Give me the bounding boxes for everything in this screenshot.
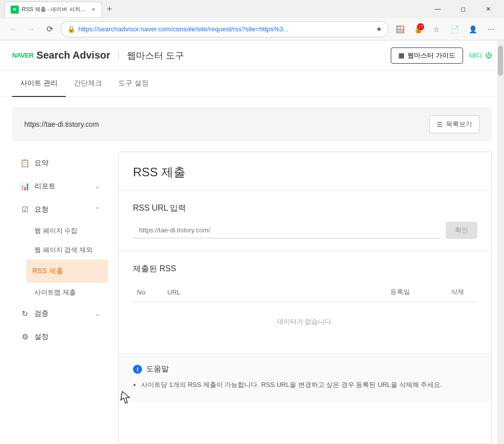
url-input[interactable]	[78, 25, 373, 33]
empty-message: 데이터가 없습니다.	[277, 318, 333, 325]
sidebar-sub-item-sitemap[interactable]: 사이트맵 제출	[12, 283, 108, 302]
col-no: No	[133, 282, 163, 302]
search-advisor-title: Search Advisor	[36, 50, 110, 61]
tab-site-management[interactable]: 사이트 관리	[12, 71, 66, 97]
browser-controls: ← → ⟳ 🔒 ★ 🪟 🔒 17 ☆ 📄 👤 ⋯	[0, 18, 504, 40]
verify-chevron-icon: ⌄	[95, 310, 100, 317]
list-btn-label: 목록보기	[446, 120, 472, 129]
reload-btn[interactable]: ⟳	[42, 22, 57, 36]
rss-url-section: RSS URL 입력 확인	[119, 191, 491, 252]
webmaster-guide-btn[interactable]: ▦ 웹마스터 가이드	[391, 47, 463, 64]
lock-icon: 🔒	[67, 25, 75, 33]
sidebar-sub-item-webcrawl[interactable]: 웹 페이지 수집	[12, 221, 108, 240]
page-wrapper: NAVER Search Advisor 웹마스터 도구 ▦ 웹마스터 가이드 …	[0, 40, 504, 444]
reader-view-btn[interactable]: 📄	[447, 22, 462, 36]
window-controls: — ◻ ✕	[426, 2, 500, 17]
user-name: 태디	[469, 51, 482, 60]
nav-tabs: 사이트 관리 간단체크 도구 설정	[0, 71, 504, 97]
close-btn[interactable]: ✕	[477, 2, 500, 17]
header-divider	[118, 51, 119, 61]
verify-icon: ↻	[20, 309, 29, 318]
content-title: RSS 제출	[133, 164, 477, 180]
tab-title: RSS 제출 - 네이버 서치어드바이...	[22, 6, 87, 13]
browser-tab[interactable]: N RSS 제출 - 네이버 서치어드바이... ×	[4, 2, 102, 17]
webmaster-tools-title: 웹마스터 도구	[127, 50, 184, 62]
user-info: 태디 ⏻	[469, 51, 492, 60]
header-right: ▦ 웹마스터 가이드 태디 ⏻	[391, 47, 492, 64]
browser-titlebar: N RSS 제출 - 네이버 서치어드바이... × + — ◻ ✕	[0, 0, 504, 18]
help-text-list: 사이트당 1개의 RSS 제출이 가능합니다. RSS URL을 변경하고 싶은…	[133, 380, 477, 390]
content-panel: RSS 제출 RSS URL 입력 확인 제출된 RSS No URL	[118, 152, 492, 444]
sidebar-item-summary[interactable]: 📋 요약	[12, 152, 108, 175]
submitted-rss-section: 제출된 RSS No URL 등록일 삭제 데이터가 없습니다.	[119, 252, 491, 354]
site-url-text: https://tae-di.tistory.com	[24, 120, 99, 128]
sidebar-sub-item-rss[interactable]: RSS 제출	[26, 260, 108, 283]
help-title: i 도움말	[133, 364, 477, 374]
guide-btn-label: 웹마스터 가이드	[407, 51, 455, 60]
sidebar-item-report[interactable]: 📊 리포트 ⌄	[12, 175, 108, 198]
maximize-btn[interactable]: ◻	[451, 2, 475, 17]
tab-favicon: N RSS 제출 - 네이버 서치어드바이... ×	[11, 2, 96, 17]
help-icon: i	[133, 365, 142, 374]
help-section: i 도움말 사이트당 1개의 RSS 제출이 가능합니다. RSS URL을 변…	[119, 354, 491, 403]
scrollbar-thumb[interactable]	[498, 45, 503, 76]
sidebar-item-request[interactable]: ☑ 요청 ⌃	[12, 198, 108, 221]
bookmark-btn[interactable]: ☆	[429, 22, 443, 36]
main-content: 📋 요약 📊 리포트 ⌄ ☑ 요청 ⌃ 웹 페이지 수집 웹 페이지 검색 제외	[0, 152, 504, 444]
extensions-btn[interactable]: 🪟	[393, 22, 407, 36]
report-icon: 📊	[20, 182, 29, 191]
rss-input-row: 확인	[133, 222, 477, 239]
star-icon[interactable]: ★	[376, 25, 382, 33]
sidebar-label-settings: 설정	[34, 332, 49, 341]
rss-confirm-btn[interactable]: 확인	[446, 222, 477, 239]
request-chevron-icon: ⌃	[95, 206, 100, 213]
report-chevron-icon: ⌄	[95, 183, 100, 190]
empty-row: 데이터가 없습니다.	[133, 302, 477, 342]
site-url-bar: https://tae-di.tistory.com ☰ 목록보기	[12, 107, 492, 141]
col-date: 등록일	[386, 282, 447, 302]
rss-table: No URL 등록일 삭제 데이터가 없습니다.	[133, 282, 477, 341]
sidebar-item-settings[interactable]: ⚙ 설정	[12, 325, 108, 349]
sidebar-label-verify: 검증	[34, 309, 49, 318]
notification-btn[interactable]: 🔒 17	[411, 22, 425, 36]
address-bar[interactable]: 🔒 ★	[61, 21, 389, 37]
guide-icon: ▦	[398, 52, 404, 59]
sidebar-label-request: 요청	[34, 205, 49, 214]
sidebar-sub-item-webexclude[interactable]: 웹 페이지 검색 제외	[12, 240, 108, 260]
tab-close-btn[interactable]: ×	[91, 6, 96, 13]
power-icon[interactable]: ⏻	[485, 52, 492, 59]
content-header: RSS 제출	[119, 152, 491, 191]
sidebar: 📋 요약 📊 리포트 ⌄ ☑ 요청 ⌃ 웹 페이지 수집 웹 페이지 검색 제외	[12, 152, 108, 444]
col-url: URL	[163, 282, 386, 302]
site-header: NAVER Search Advisor 웹마스터 도구 ▦ 웹마스터 가이드 …	[0, 40, 504, 71]
sidebar-label-report: 리포트	[34, 182, 56, 191]
list-view-btn[interactable]: ☰ 목록보기	[429, 115, 480, 133]
account-btn[interactable]: 👤	[466, 22, 480, 36]
back-btn[interactable]: ←	[6, 22, 20, 36]
minimize-btn[interactable]: —	[426, 2, 449, 17]
sidebar-label-summary: 요약	[34, 159, 49, 168]
tab-icon-bg: N RSS 제출 - 네이버 서치어드바이... ×	[11, 2, 96, 17]
rss-url-section-title: RSS URL 입력	[133, 203, 477, 214]
submitted-rss-title: 제출된 RSS	[133, 264, 477, 274]
sidebar-item-verify[interactable]: ↻ 검증 ⌄	[12, 302, 108, 325]
naver-logo: NAVER	[12, 52, 33, 59]
request-icon: ☑	[20, 205, 29, 214]
help-item-0: 사이트당 1개의 RSS 제출이 가능합니다. RSS URL을 변경하고 싶은…	[141, 380, 477, 390]
new-tab-btn[interactable]: +	[102, 2, 117, 17]
tab-quick-check[interactable]: 간단체크	[66, 71, 110, 97]
summary-icon: 📋	[20, 159, 29, 168]
list-icon: ☰	[437, 121, 443, 128]
naver-favicon: N	[11, 6, 19, 14]
tab-tool-settings[interactable]: 도구 설정	[110, 71, 157, 97]
menu-btn[interactable]: ⋯	[484, 22, 498, 36]
scrollbar-track[interactable]	[497, 40, 504, 444]
settings-icon: ⚙	[20, 332, 29, 341]
col-delete: 삭제	[447, 282, 477, 302]
forward-btn[interactable]: →	[24, 22, 38, 36]
rss-url-input[interactable]	[133, 222, 441, 238]
